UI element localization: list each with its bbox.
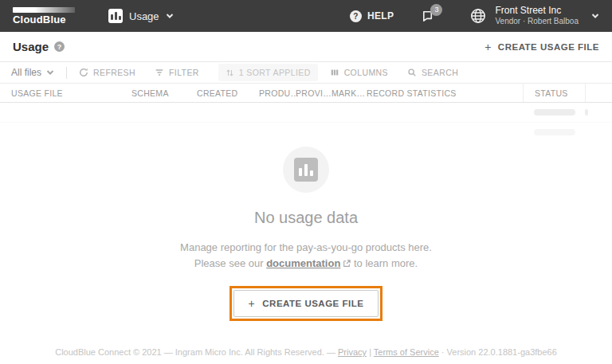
- plus-icon: +: [484, 41, 492, 53]
- cloudblue-logo[interactable]: CloudBlue: [13, 7, 75, 25]
- filter-label: FILTER: [169, 68, 199, 77]
- search-icon: [407, 68, 417, 77]
- column-header-product[interactable]: PRODU…: [259, 88, 296, 98]
- account-name: Front Street Inc: [495, 6, 579, 16]
- create-usage-file-link[interactable]: + CREATE USAGE FILE: [484, 41, 599, 53]
- refresh-label: REFRESH: [93, 68, 135, 77]
- footer-copyright: CloudBlue Connect © 2021 — Ingram Micro …: [55, 347, 335, 357]
- cloudblue-logo-text: CloudBlue: [13, 15, 75, 25]
- globe-icon: [469, 7, 487, 25]
- refresh-button[interactable]: REFRESH: [79, 68, 135, 77]
- column-header-record-statistics[interactable]: RECORD STATISTICS: [367, 88, 523, 98]
- footer-version: · Version 22.0.1881-ga3fbe66: [441, 347, 557, 357]
- plus-icon: +: [249, 297, 256, 310]
- create-usage-file-button[interactable]: + CREATE USAGE FILE: [233, 290, 379, 317]
- search-label: SEARCH: [422, 68, 458, 77]
- empty-state: No usage data Manage reporting for the p…: [0, 147, 612, 321]
- cloudblue-logo-gradient: [13, 7, 75, 13]
- columns-icon: [330, 68, 339, 77]
- external-link-icon: [343, 256, 351, 272]
- account-role: Vendor · Robert Balboa: [495, 16, 579, 26]
- module-switcher[interactable]: Usage: [108, 9, 174, 23]
- account-text: Front Street Inc Vendor · Robert Balboa: [495, 6, 579, 26]
- page-title: Usage: [13, 40, 49, 53]
- page-help-icon[interactable]: ?: [54, 41, 65, 52]
- table-row-skeleton: [0, 122, 612, 141]
- filter-button[interactable]: FILTER: [155, 68, 199, 77]
- empty-state-line1: Manage reporting for the pay-as-you-go p…: [180, 241, 432, 253]
- help-button[interactable]: ? HELP: [350, 10, 394, 22]
- column-header-provider[interactable]: PROVI…: [296, 88, 332, 98]
- files-filter-select[interactable]: All files: [11, 67, 54, 78]
- sort-applied-label: 1 SORT APPLIED: [239, 68, 311, 77]
- column-header-marketplace[interactable]: MARK…: [332, 88, 367, 98]
- bar-chart-icon: [294, 158, 318, 182]
- column-header-created[interactable]: CREATED: [197, 88, 259, 98]
- skeleton-bar: [534, 109, 575, 115]
- toolbar-divider: [66, 67, 67, 79]
- chevron-down-icon: [46, 68, 54, 76]
- filter-icon: [155, 68, 164, 77]
- topbar-right-group: ? HELP 3 Front Street Inc Vendor · Rober…: [350, 6, 599, 26]
- column-header-actions: [585, 84, 612, 102]
- empty-state-line2-suffix: to learn more.: [354, 257, 418, 269]
- table-header-row: USAGE FILE SCHEMA CREATED PRODU… PROVI… …: [0, 84, 612, 103]
- privacy-link[interactable]: Privacy: [338, 347, 367, 357]
- empty-state-line2-prefix: Please see our: [194, 257, 264, 269]
- search-button[interactable]: SEARCH: [407, 68, 458, 77]
- columns-label: COLUMNS: [344, 68, 388, 77]
- sort-icon: [226, 68, 234, 77]
- notification-badge: 3: [430, 4, 442, 16]
- sort-applied-button[interactable]: 1 SORT APPLIED: [218, 64, 318, 81]
- table-row-skeleton: [0, 103, 612, 122]
- column-header-status[interactable]: STATUS: [523, 84, 585, 102]
- refresh-icon: [79, 68, 88, 77]
- bar-chart-icon: [108, 9, 123, 23]
- skeleton-bar: [585, 109, 588, 115]
- help-label: HELP: [367, 10, 394, 22]
- column-header-usage-file[interactable]: USAGE FILE: [11, 88, 131, 98]
- empty-state-description: Manage reporting for the pay-as-you-go p…: [180, 240, 432, 272]
- terms-of-service-link[interactable]: Terms of Service: [374, 347, 439, 357]
- top-navigation-bar: CloudBlue Usage ? HELP 3 Front Street In…: [0, 0, 612, 32]
- documentation-link[interactable]: documentation: [266, 257, 340, 269]
- column-header-schema[interactable]: SCHEMA: [131, 88, 197, 98]
- columns-button[interactable]: COLUMNS: [330, 68, 388, 77]
- create-usage-file-link-label: CREATE USAGE FILE: [498, 42, 599, 52]
- action-highlight-annotation: + CREATE USAGE FILE: [230, 286, 383, 321]
- files-filter-value: All files: [11, 67, 41, 78]
- chevron-down-icon: [591, 12, 599, 20]
- empty-state-title: No usage data: [254, 209, 358, 227]
- skeleton-bar: [534, 129, 575, 135]
- create-usage-file-button-label: CREATE USAGE FILE: [262, 299, 363, 308]
- notifications-button[interactable]: 3: [421, 9, 436, 24]
- page-footer: CloudBlue Connect © 2021 — Ingram Micro …: [0, 347, 612, 357]
- page-header: Usage ? + CREATE USAGE FILE: [0, 32, 612, 62]
- table-toolbar: All files REFRESH FILTER 1 SORT APPLIED …: [0, 62, 612, 84]
- empty-state-icon-circle: [283, 147, 329, 193]
- help-icon: ?: [350, 10, 362, 22]
- account-menu[interactable]: Front Street Inc Vendor · Robert Balboa: [469, 6, 599, 26]
- module-label: Usage: [129, 10, 159, 22]
- chevron-down-icon: [166, 12, 174, 20]
- footer-separator: |: [369, 347, 371, 357]
